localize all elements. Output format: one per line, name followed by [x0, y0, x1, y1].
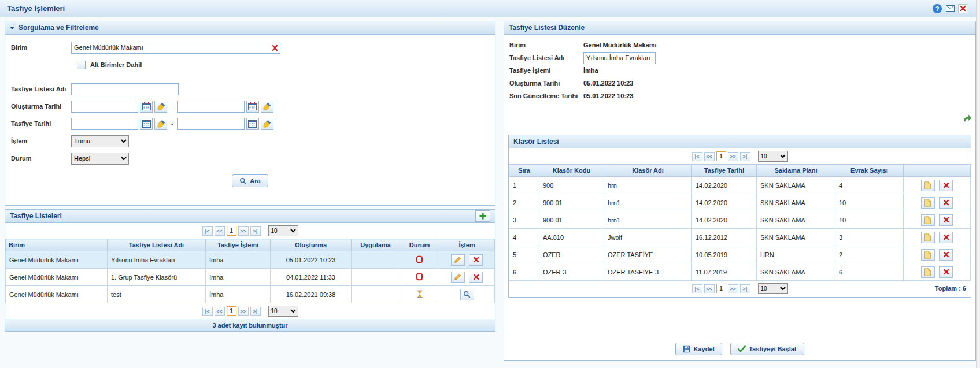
pager-prev-button[interactable]: <<: [704, 284, 715, 293]
column-header[interactable]: Birim: [6, 239, 108, 251]
pager-current-page[interactable]: 1: [227, 306, 236, 316]
edit-button[interactable]: [451, 272, 465, 283]
calendar-icon[interactable]: [140, 101, 153, 113]
open-folder-button[interactable]: [921, 214, 935, 226]
column-header[interactable]: Tasfiye İşlemi: [206, 239, 271, 251]
view-button[interactable]: [460, 289, 474, 300]
scrollbar[interactable]: [976, 0, 980, 368]
pager-first-button[interactable]: |<: [202, 226, 213, 236]
pager-next-button[interactable]: >>: [728, 284, 738, 293]
table-row[interactable]: Genel Müdürlük Makamı test İmha 16.02.20…: [6, 286, 495, 303]
column-header[interactable]: İşlem: [439, 239, 495, 251]
clear-date-broom-icon[interactable]: [154, 118, 167, 130]
open-folder-button[interactable]: [921, 266, 935, 278]
islem-select[interactable]: Tümü: [71, 135, 129, 147]
delete-button[interactable]: [469, 272, 483, 283]
edit-button[interactable]: [451, 254, 465, 266]
column-header[interactable]: Sıra: [509, 165, 539, 177]
pager-last-button[interactable]: >|: [250, 307, 261, 316]
pager-prev-button[interactable]: <<: [215, 307, 225, 316]
remove-folder-button[interactable]: [939, 249, 953, 261]
tasfiye-tarihi-start-input[interactable]: [71, 118, 138, 130]
pager-prev-button[interactable]: <<: [215, 226, 225, 236]
pager-last-button[interactable]: >|: [250, 226, 261, 236]
start-tasfiye-button-label: Tasfiyeyi Başlat: [749, 345, 796, 352]
column-header[interactable]: Saklama Planı: [757, 165, 835, 177]
save-button[interactable]: Kaydet: [675, 343, 722, 355]
tasfiye-listesi-adi-edit-input[interactable]: [583, 52, 656, 64]
calendar-icon[interactable]: [246, 101, 259, 113]
cell-tarih: 10.05.2019: [692, 246, 757, 263]
column-header[interactable]: Tasfiye Tarihi: [692, 165, 757, 177]
pager-first-button[interactable]: |<: [692, 152, 702, 161]
mail-icon[interactable]: [945, 4, 955, 13]
clear-date-broom-icon[interactable]: [261, 101, 273, 113]
cell-sira: 4: [509, 229, 539, 246]
table-row[interactable]: 1 900 hrn 14.02.2020 SKN SAKLAMA 4: [509, 177, 971, 194]
remove-folder-button[interactable]: [939, 214, 953, 226]
remove-folder-button[interactable]: [939, 197, 953, 209]
start-tasfiye-button[interactable]: Tasfiyeyi Başlat: [730, 343, 804, 355]
olusturma-tarihi-start-input[interactable]: [71, 101, 138, 113]
cell-uygulama: [352, 286, 400, 303]
open-folder-button[interactable]: [921, 249, 935, 261]
column-header[interactable]: Oluşturma: [271, 239, 352, 251]
table-row[interactable]: Genel Müdürlük Makamı 1. Grup Tasfiye Kl…: [6, 269, 495, 286]
pager-next-button[interactable]: >>: [238, 307, 249, 316]
filter-panel-header[interactable]: Sorgulama ve Filtreleme: [5, 21, 495, 35]
titlebar-icons: ?: [933, 4, 967, 13]
clear-date-broom-icon[interactable]: [154, 101, 167, 113]
clear-birim-icon[interactable]: [272, 44, 278, 51]
remove-folder-button[interactable]: [939, 180, 953, 191]
table-row[interactable]: 3 900.01 hrn1 14.02.2020 SKN SAKLAMA 10: [509, 211, 971, 229]
title-bar: Tasfiye İşlemleri ?: [0, 0, 980, 17]
tasfiye-listesi-adi-input[interactable]: [71, 83, 179, 95]
pager-current-page[interactable]: 1: [227, 226, 236, 236]
open-folder-button[interactable]: [921, 180, 935, 191]
column-header[interactable]: Klasör Kodu: [539, 165, 604, 177]
table-row[interactable]: 5 OZER OZER TASFİYE 10.05.2019 HRN 2: [509, 246, 971, 263]
clear-date-broom-icon[interactable]: [261, 118, 273, 130]
pager-current-page[interactable]: 1: [716, 284, 726, 293]
pager-first-button[interactable]: |<: [202, 307, 213, 316]
durum-select[interactable]: Hepsi: [71, 153, 129, 165]
open-folder-button[interactable]: [921, 197, 935, 209]
pager-next-button[interactable]: >>: [238, 226, 249, 236]
pager-last-button[interactable]: >|: [740, 284, 750, 293]
page-size-select[interactable]: 10: [268, 306, 298, 317]
remove-folder-button[interactable]: [939, 266, 953, 278]
calendar-icon[interactable]: [246, 118, 259, 130]
delete-button[interactable]: [469, 254, 483, 266]
table-row[interactable]: 2 900.01 hrn1 14.02.2020 SKN SAKLAMA 10: [509, 194, 971, 211]
pager-current-page[interactable]: 1: [716, 151, 726, 161]
table-row[interactable]: Genel Müdürlük Makamı Yılsonu İmha Evrak…: [6, 251, 495, 269]
close-icon[interactable]: [958, 4, 967, 13]
page-size-select[interactable]: 10: [758, 283, 788, 294]
column-header[interactable]: Uygulama: [352, 239, 400, 251]
column-header[interactable]: Tasfiye Listesi Adı: [108, 239, 206, 251]
column-header[interactable]: Evrak Sayısı: [835, 165, 904, 177]
olusturma-tarihi-end-input[interactable]: [177, 101, 245, 113]
search-button[interactable]: Ara: [232, 174, 268, 187]
column-header[interactable]: Klasör Adı: [604, 165, 692, 177]
collapse-icon[interactable]: [10, 27, 14, 29]
page-size-select[interactable]: 10: [758, 151, 788, 162]
table-row[interactable]: 4 AA.810 Jwolf 16.12.2012 SKN SAKLAMA 3: [509, 229, 971, 246]
calendar-icon[interactable]: [140, 118, 153, 130]
page-size-select[interactable]: 10: [268, 225, 298, 236]
add-list-button[interactable]: [475, 210, 490, 222]
column-header[interactable]: Durum: [400, 239, 439, 251]
alt-birimler-checkbox[interactable]: [77, 61, 86, 69]
tasfiye-tarihi-label: Tasfiye Tarihi: [11, 120, 71, 127]
tasfiye-tarihi-end-input[interactable]: [177, 118, 245, 130]
pager-first-button[interactable]: |<: [692, 284, 702, 293]
remove-folder-button[interactable]: [939, 232, 953, 243]
pager-prev-button[interactable]: <<: [704, 152, 715, 161]
table-row[interactable]: 6 OZER-3 OZER TASFİYE-3 11.07.2019 SKN S…: [509, 263, 971, 281]
green-arrow-icon[interactable]: [963, 114, 972, 122]
pager-next-button[interactable]: >>: [728, 152, 738, 161]
help-icon[interactable]: ?: [933, 4, 942, 13]
birim-input[interactable]: [71, 42, 280, 54]
open-folder-button[interactable]: [921, 232, 935, 243]
pager-last-button[interactable]: >|: [740, 152, 750, 161]
